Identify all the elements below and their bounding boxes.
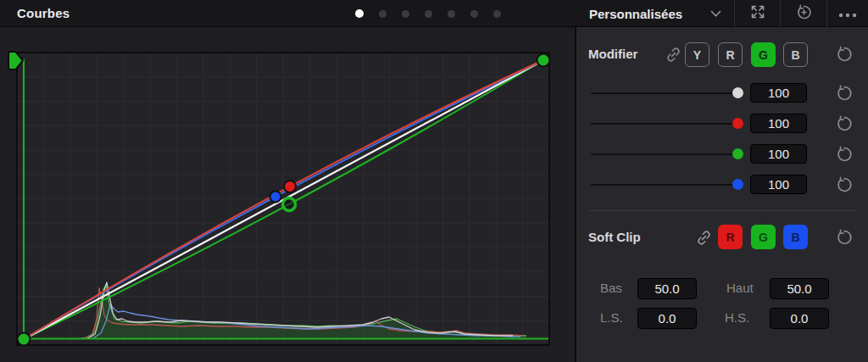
blue-slider-track[interactable] <box>591 184 738 186</box>
reset-soft-clip-button[interactable] <box>835 228 854 247</box>
modifier-row: Modifier Y R G B <box>576 42 868 67</box>
page-dot[interactable] <box>448 10 455 18</box>
red-value-field[interactable]: 100 <box>750 114 807 133</box>
soft-clip-b-button[interactable]: B <box>783 225 808 249</box>
reset-blue-button[interactable] <box>835 175 854 194</box>
bas-value-field[interactable]: 50.0 <box>637 278 697 299</box>
blue-slider-row: 100 <box>576 175 868 195</box>
channel-button-r[interactable]: R <box>718 42 743 67</box>
soft-clip-g-button[interactable]: G <box>751 225 776 249</box>
luma-slider-row: 100 <box>576 83 868 103</box>
channel-button-b[interactable]: B <box>783 42 808 67</box>
page-dot[interactable] <box>425 10 432 18</box>
reset-add-icon <box>795 3 813 25</box>
reset-green-button[interactable] <box>835 145 854 164</box>
ls-value-field[interactable]: 0.0 <box>637 308 697 329</box>
preset-label: Personnalisées <box>589 7 682 21</box>
red-control-point[interactable] <box>284 181 296 192</box>
section-divider <box>588 210 856 211</box>
clip-fields-row: Bas 50.0 Haut 50.0 <box>576 278 868 299</box>
channel-button-g[interactable]: G <box>751 42 776 67</box>
page-dot[interactable] <box>355 9 364 18</box>
haut-label: Haut <box>726 281 754 295</box>
bas-label: Bas <box>600 281 622 295</box>
curves-palette: Courbes Personnalisées <box>0 0 868 362</box>
green-endpoint-low[interactable] <box>18 333 31 346</box>
chevron-down-icon <box>710 6 721 21</box>
luma-slider-knob[interactable] <box>732 87 743 98</box>
expand-button[interactable] <box>734 0 780 27</box>
green-slider-track[interactable] <box>591 153 738 155</box>
soft-clip-r-button[interactable]: R <box>718 225 743 249</box>
page-dot[interactable] <box>493 10 501 18</box>
page-dot[interactable] <box>470 10 478 18</box>
curve-controls-panel: Modifier Y R G B 100 <box>576 27 868 362</box>
curve-svg <box>0 27 575 362</box>
blue-value-field[interactable]: 100 <box>750 175 807 194</box>
reset-modifier-button[interactable] <box>835 45 854 64</box>
channel-button-y[interactable]: Y <box>685 42 709 67</box>
softness-fields-row: L.S. 0.0 H.S. 0.0 <box>576 308 868 329</box>
hs-value-field[interactable]: 0.0 <box>770 308 829 329</box>
curve-editor[interactable] <box>0 27 575 362</box>
palette-topbar: Courbes Personnalisées <box>0 0 868 27</box>
green-slider-knob[interactable] <box>732 148 743 159</box>
expand-icon <box>749 3 766 24</box>
green-slider-row: 100 <box>576 144 868 164</box>
modifier-label: Modifier <box>588 47 637 61</box>
luma-slider-track[interactable] <box>591 92 738 94</box>
green-endpoint-high[interactable] <box>537 54 550 67</box>
ls-label: L.S. <box>600 310 623 325</box>
reset-red-button[interactable] <box>835 114 854 133</box>
red-slider-row: 100 <box>576 114 868 134</box>
page-dots <box>355 0 501 27</box>
reset-palette-button[interactable] <box>780 0 826 27</box>
preset-dropdown[interactable]: Personnalisées <box>575 0 734 27</box>
page-dot[interactable] <box>379 10 387 18</box>
luma-value-field[interactable]: 100 <box>750 83 807 103</box>
reset-luma-button[interactable] <box>835 84 854 103</box>
green-control-point[interactable] <box>283 198 296 211</box>
page-dot[interactable] <box>402 10 409 18</box>
more-icon <box>838 6 857 21</box>
blue-control-point[interactable] <box>270 192 281 203</box>
hs-label: H.S. <box>725 310 749 325</box>
haut-value-field[interactable]: 50.0 <box>770 278 829 299</box>
soft-clip-row: Soft Clip R G B <box>576 225 868 250</box>
blue-slider-knob[interactable] <box>732 179 743 190</box>
link-active-icon[interactable] <box>695 229 713 247</box>
red-slider-knob[interactable] <box>732 118 743 129</box>
page-title: Courbes <box>17 0 70 27</box>
options-menu-button[interactable] <box>826 0 868 27</box>
red-slider-track[interactable] <box>591 123 738 125</box>
link-icon[interactable] <box>665 46 682 64</box>
soft-clip-label: Soft Clip <box>588 230 641 244</box>
green-value-field[interactable]: 100 <box>750 144 807 164</box>
